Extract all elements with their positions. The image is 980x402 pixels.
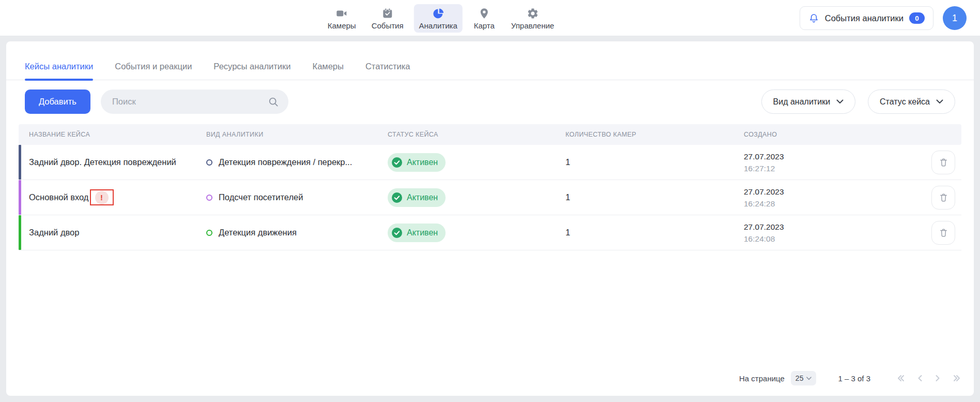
- filter-case-status[interactable]: Статус кейса: [868, 90, 955, 114]
- filter-analytics-type[interactable]: Вид аналитики: [761, 90, 856, 114]
- previous-page-button[interactable]: [917, 374, 923, 382]
- analytics-type-label: Детекция повреждения / перекр...: [219, 157, 352, 167]
- column-header-analytics-type: ВИД АНАЛИТИКИ: [196, 124, 377, 145]
- status-badge: Активен: [388, 153, 446, 172]
- pagination-range: 1 – 3 of 3: [838, 374, 870, 383]
- events-calendar-icon: [381, 7, 394, 20]
- search-icon: [268, 96, 279, 108]
- first-page-button[interactable]: [896, 374, 906, 382]
- case-name: Задний двор. Детекция повреждений: [19, 145, 196, 180]
- camera-count: 1: [555, 215, 733, 250]
- analytics-type-label: Подсчет посетителей: [219, 192, 303, 202]
- trash-icon: [939, 157, 948, 167]
- tab-analytics-cases[interactable]: Кейсы аналитики: [25, 62, 93, 80]
- warning-annotation-box: !: [90, 189, 114, 205]
- filter-label: Статус кейса: [880, 97, 930, 107]
- delete-case-button[interactable]: [931, 221, 955, 245]
- cases-table: НАЗВАНИЕ КЕЙСА ВИД АНАЛИТИКИ СТАТУС КЕЙС…: [19, 124, 961, 250]
- chevron-down-icon: [806, 377, 811, 380]
- created-time: 16:24:08: [744, 233, 775, 245]
- analytics-type-icon: [206, 195, 212, 201]
- chevron-down-icon: [836, 99, 844, 104]
- tab-events-and-reactions[interactable]: События и реакции: [115, 62, 192, 80]
- map-pin-icon: [478, 7, 491, 20]
- status-badge: Активен: [388, 188, 446, 207]
- column-header-created: СОЗДАНО: [733, 124, 914, 145]
- analytics-type-icon: [206, 159, 212, 166]
- events-count-badge: 0: [909, 12, 925, 24]
- analytics-page: Кейсы аналитики События и реакции Ресурс…: [6, 41, 974, 396]
- status-badge: Активен: [388, 224, 446, 242]
- row-accent-bar: [19, 145, 21, 180]
- tab-statistics[interactable]: Статистика: [365, 62, 410, 80]
- nav-item-label: Камеры: [328, 21, 356, 30]
- created-cell: 27.07.2023 16:24:28: [733, 180, 914, 215]
- column-header-actions: [914, 124, 961, 145]
- row-accent-bar: [19, 215, 21, 250]
- row-accent-bar: [19, 180, 21, 215]
- gear-icon: [527, 7, 539, 20]
- nav-item-label: События: [372, 21, 404, 30]
- created-time: 16:27:12: [744, 162, 775, 174]
- delete-case-button[interactable]: [931, 186, 955, 210]
- double-chevron-left-icon: [896, 374, 906, 382]
- nav-item-label: Управление: [511, 21, 554, 30]
- last-page-button[interactable]: [952, 374, 961, 382]
- created-date: 27.07.2023: [744, 151, 784, 162]
- nav-item-management[interactable]: Управление: [506, 4, 559, 33]
- nav-item-events[interactable]: События: [366, 4, 409, 33]
- chevron-right-icon: [935, 374, 941, 382]
- bell-icon: [808, 13, 819, 24]
- status-check-icon: [392, 157, 402, 168]
- top-header: Камеры События Аналитика: [0, 0, 980, 36]
- column-header-case-name: НАЗВАНИЕ КЕЙСА: [19, 124, 196, 145]
- warning-icon: !: [95, 191, 109, 204]
- nav-item-label: Аналитика: [419, 21, 457, 30]
- analytics-events-button[interactable]: События аналитики 0: [800, 6, 933, 30]
- page-tabs: Кейсы аналитики События и реакции Ресурс…: [6, 41, 974, 80]
- user-avatar[interactable]: 1: [943, 6, 967, 30]
- chevron-down-icon: [936, 99, 943, 104]
- double-chevron-right-icon: [952, 374, 961, 382]
- filter-label: Вид аналитики: [773, 97, 831, 107]
- chevron-left-icon: [917, 374, 923, 382]
- table-footer: На странице 25 1 – 3 of 3: [739, 367, 961, 390]
- search-box[interactable]: [101, 90, 288, 114]
- created-cell: 27.07.2023 16:27:12: [733, 145, 914, 180]
- table-row[interactable]: Задний двор Детекция движения Активен 1 …: [19, 215, 961, 250]
- camera-count: 1: [555, 145, 733, 180]
- case-name: Задний двор: [19, 215, 196, 250]
- per-page-select[interactable]: 25: [791, 371, 817, 385]
- next-page-button[interactable]: [935, 374, 941, 382]
- nav-item-map[interactable]: Карта: [468, 4, 501, 33]
- nav-item-cameras[interactable]: Камеры: [323, 4, 361, 33]
- table-row[interactable]: Основной вход ! Подсчет посетителей Акти…: [19, 180, 961, 215]
- camera-count: 1: [555, 180, 733, 215]
- nav-item-label: Карта: [474, 21, 495, 30]
- column-header-case-status: СТАТУС КЕЙСА: [377, 124, 555, 145]
- nav-item-analytics[interactable]: Аналитика: [414, 4, 463, 33]
- per-page-value: 25: [795, 374, 804, 382]
- created-date: 27.07.2023: [744, 186, 784, 198]
- camera-icon: [335, 7, 348, 20]
- table-row[interactable]: Задний двор. Детекция повреждений Детекц…: [19, 145, 961, 180]
- case-name: Основной вход !: [19, 180, 196, 215]
- table-header: НАЗВАНИЕ КЕЙСА ВИД АНАЛИТИКИ СТАТУС КЕЙС…: [19, 124, 961, 145]
- status-check-icon: [392, 192, 402, 203]
- main-navigation: Камеры События Аналитика: [323, 0, 559, 36]
- tab-cameras[interactable]: Камеры: [313, 62, 344, 80]
- tab-analytics-resources[interactable]: Ресурсы аналитики: [213, 62, 290, 80]
- search-input[interactable]: [112, 97, 268, 107]
- trash-icon: [939, 228, 948, 237]
- trash-icon: [939, 192, 948, 202]
- per-page-label: На странице: [739, 374, 785, 383]
- delete-case-button[interactable]: [931, 151, 955, 174]
- status-check-icon: [392, 228, 402, 238]
- column-header-camera-count: КОЛИЧЕСТВО КАМЕР: [555, 124, 733, 145]
- add-case-button[interactable]: Добавить: [25, 90, 90, 114]
- analytics-type-icon: [206, 230, 212, 236]
- analytics-type-label: Детекция движения: [219, 228, 297, 237]
- created-time: 16:24:28: [744, 198, 775, 210]
- pagination-controls: [896, 374, 961, 382]
- created-cell: 27.07.2023 16:24:08: [733, 215, 914, 250]
